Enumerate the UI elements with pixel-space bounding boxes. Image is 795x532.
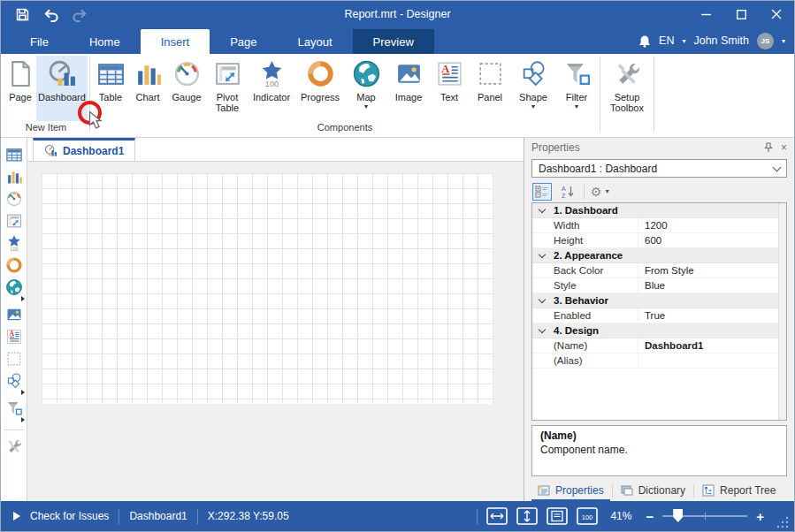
property-row-height[interactable]: Height600 — [532, 233, 778, 248]
pin-icon[interactable] — [763, 142, 774, 153]
active-page-indicator[interactable]: Dashboard1 — [129, 510, 187, 522]
sidebar-tool-shape[interactable] — [5, 372, 23, 390]
sidebar-tool-panel[interactable] — [5, 350, 23, 368]
component-selector-dropdown[interactable]: Dashboard1 : Dashboard — [531, 159, 787, 178]
category-appearance[interactable]: 2. Appearance — [532, 248, 778, 263]
window-title: Report.mrt - Designer — [1, 8, 794, 20]
sidebar-tool-filter[interactable] — [5, 399, 23, 417]
text-icon — [5, 328, 23, 346]
sidebar-tool-pivot-table[interactable] — [5, 212, 23, 230]
panel-tabs: Properties Dictionary Report Tree — [524, 480, 794, 501]
properties-panel-title: Properties — [531, 141, 580, 154]
sidebar-tool-chart[interactable] — [5, 168, 23, 186]
ribbon-item-setup-toolbox[interactable]: Setup Toolbox — [602, 56, 652, 121]
language-caret-icon[interactable]: ▾ — [682, 37, 685, 45]
property-row-name[interactable]: (Name)Dashboard1 — [532, 338, 778, 353]
category-behavior[interactable]: 3. Behavior — [532, 293, 778, 308]
panel-tab-report-tree[interactable]: Report Tree — [694, 480, 784, 501]
save-icon[interactable] — [15, 7, 30, 22]
close-panel-icon[interactable]: × — [781, 141, 787, 154]
ribbon-item-progress[interactable]: Progress — [295, 56, 345, 121]
zoom-slider[interactable] — [662, 515, 747, 517]
sidebar-divider — [4, 429, 24, 430]
chart-icon — [134, 59, 163, 88]
property-row-style[interactable]: StyleBlue — [532, 278, 778, 293]
tab-layout[interactable]: Layout — [278, 29, 353, 54]
check-issues-play-icon[interactable] — [13, 512, 20, 521]
category-design[interactable]: 4. Design — [532, 323, 778, 338]
property-row-alias[interactable]: (Alias) — [532, 353, 778, 369]
resize-grip[interactable] — [776, 516, 789, 528]
canvas-area — [27, 162, 524, 501]
dashboard-icon — [48, 59, 77, 88]
property-description-box: (Name) Component name. — [531, 425, 787, 476]
tab-file[interactable]: File — [10, 29, 69, 54]
dashboard-canvas[interactable] — [42, 173, 493, 404]
user-name[interactable]: John Smith — [693, 34, 749, 47]
flyout-arrow-icon — [21, 417, 25, 422]
title-bar: Report.mrt - Designer — [1, 1, 794, 27]
category-dashboard[interactable]: 1. Dashboard — [532, 203, 778, 218]
dictionary-tab-icon — [621, 484, 633, 497]
ribbon-item-indicator[interactable]: Indicator — [248, 56, 295, 121]
zoom-in-button[interactable]: + — [756, 510, 764, 523]
notifications-bell-icon[interactable] — [638, 34, 651, 48]
ribbon-item-gauge[interactable]: Gauge — [166, 56, 207, 121]
settings-gear-button[interactable]: ⚙▼ — [591, 183, 610, 201]
property-grid-scrollbar[interactable] — [778, 203, 786, 420]
properties-toolbar: ⚙▼ — [524, 180, 794, 202]
ribbon-item-map[interactable]: Map ▼ — [345, 56, 387, 121]
sidebar-tool-setup-toolbox[interactable] — [5, 437, 23, 455]
maximize-button[interactable] — [723, 1, 759, 27]
tab-preview[interactable]: Preview — [353, 29, 434, 54]
language-selector[interactable]: EN — [659, 34, 674, 47]
panel-tab-dictionary[interactable]: Dictionary — [613, 480, 693, 501]
tab-insert[interactable]: Insert — [141, 29, 210, 54]
zoom-slider-thumb[interactable] — [673, 509, 683, 522]
close-button[interactable] — [759, 1, 794, 27]
undo-icon[interactable] — [42, 7, 59, 22]
check-for-issues-button[interactable]: Check for Issues — [30, 510, 109, 522]
alphabetical-sort-button[interactable] — [558, 183, 577, 201]
shape-icon — [519, 59, 548, 88]
ribbon-item-text[interactable]: Text — [430, 56, 469, 121]
tab-home[interactable]: Home — [69, 29, 141, 54]
minimize-button[interactable] — [688, 1, 723, 27]
filter-icon — [562, 59, 592, 88]
ribbon-item-shape[interactable]: Shape ▼ — [511, 56, 555, 121]
property-row-enabled[interactable]: EnabledTrue — [532, 308, 778, 323]
property-row-width[interactable]: Width1200 — [532, 218, 778, 233]
property-row-back-color[interactable]: Back ColorFrom Style — [532, 263, 778, 278]
sidebar-tool-indicator[interactable] — [5, 234, 23, 252]
fit-page-height-button[interactable] — [516, 507, 538, 525]
zoom-out-button[interactable]: − — [646, 510, 654, 523]
categorized-icon — [535, 185, 549, 199]
user-menu-caret-icon[interactable]: ▾ — [782, 37, 785, 45]
ribbon-item-pivot-table[interactable]: Pivot Table — [207, 56, 248, 121]
sidebar-tool-image[interactable] — [5, 306, 23, 323]
ribbon-item-panel[interactable]: Panel — [469, 56, 511, 121]
redo-icon[interactable] — [72, 7, 88, 22]
sidebar-tool-text[interactable] — [5, 328, 23, 346]
dashboard-tab-icon — [44, 144, 57, 157]
sidebar-tool-map[interactable] — [5, 278, 23, 296]
text-icon — [435, 59, 464, 88]
panel-tab-properties[interactable]: Properties — [530, 480, 612, 501]
tab-page[interactable]: Page — [210, 29, 277, 54]
zoom-100-button[interactable] — [577, 507, 598, 525]
fit-page-width-button[interactable] — [486, 507, 508, 525]
sidebar-tool-gauge[interactable] — [5, 190, 23, 208]
ribbon-item-page[interactable]: Page — [4, 56, 36, 121]
ribbon-item-image[interactable]: Image — [387, 56, 430, 121]
ribbon-item-filter[interactable]: Filter ▼ — [555, 56, 598, 121]
ribbon-group-toolbox: Setup Toolbox — [602, 54, 652, 137]
filter-dropdown-caret-icon: ▼ — [574, 103, 580, 110]
user-avatar[interactable]: JS — [757, 33, 774, 49]
map-dropdown-caret-icon: ▼ — [363, 103, 370, 110]
categorized-view-button[interactable] — [532, 183, 552, 201]
ribbon-item-chart[interactable]: Chart — [129, 56, 166, 121]
document-tab-dashboard1[interactable]: Dashboard1 — [33, 138, 135, 161]
fit-whole-page-button[interactable] — [547, 507, 568, 525]
sidebar-tool-table[interactable] — [5, 146, 23, 163]
sidebar-tool-progress[interactable] — [5, 256, 23, 274]
